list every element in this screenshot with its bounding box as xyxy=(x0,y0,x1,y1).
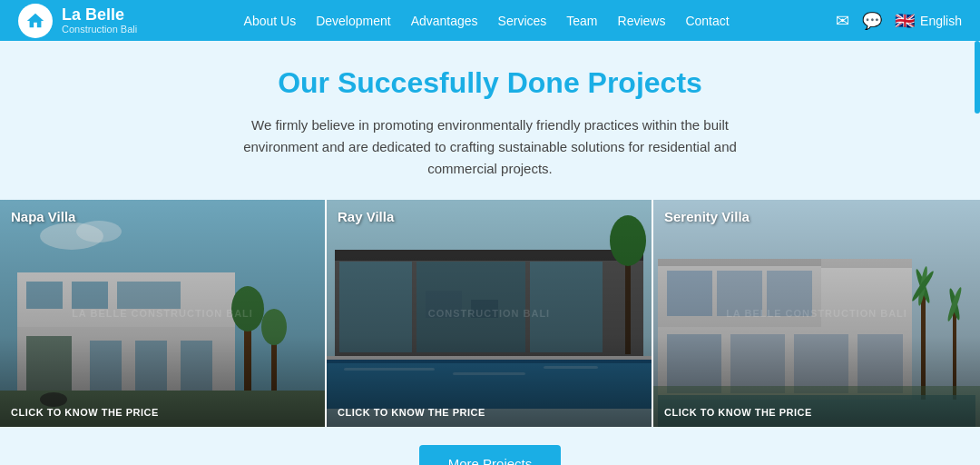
napa-overlay xyxy=(0,200,325,427)
hero-title: Our Succesfully Done Projects xyxy=(18,66,962,100)
nav-item-contact[interactable]: Contact xyxy=(685,14,729,28)
language-switcher[interactable]: 🇬🇧 English xyxy=(895,11,962,31)
nav-item-development[interactable]: Development xyxy=(316,14,391,28)
project-card-serenity[interactable]: LA BELLE CONSTRUCTION BALI Serenity Vill… xyxy=(653,200,980,427)
whatsapp-icon[interactable]: 💬 xyxy=(862,11,882,31)
nav-item-services[interactable]: Services xyxy=(498,14,547,28)
scrollbar-indicator[interactable] xyxy=(975,41,980,114)
serenity-title: Serenity Villa xyxy=(664,209,750,224)
nav-item-advantages[interactable]: Advantages xyxy=(411,14,478,28)
ray-title: Ray Villa xyxy=(338,209,394,224)
email-icon[interactable]: ✉ xyxy=(836,11,849,31)
nav-item-about[interactable]: About Us xyxy=(244,14,297,28)
brand-sub: Construction Bali xyxy=(62,24,137,35)
logo-icon xyxy=(18,4,53,38)
brand-name: La Belle xyxy=(62,6,137,25)
napa-title: Napa Villa xyxy=(11,209,75,224)
ray-cta[interactable]: CLICK TO KNOW THE PRICE xyxy=(338,407,485,418)
hero-section: Our Succesfully Done Projects We firmly … xyxy=(0,41,980,200)
nav-item-reviews[interactable]: Reviews xyxy=(618,14,666,28)
navbar: La Belle Construction Bali About Us Deve… xyxy=(0,0,980,41)
logo-text: La Belle Construction Bali xyxy=(62,6,137,35)
nav-links: About Us Development Advantages Services… xyxy=(244,13,730,29)
bottom-cta: More Projects xyxy=(0,427,980,465)
logo[interactable]: La Belle Construction Bali xyxy=(18,4,137,38)
project-card-napa[interactable]: LA BELLE CONSTRUCTION BALI Napa Villa CL… xyxy=(0,200,327,427)
ray-overlay xyxy=(327,200,652,427)
serenity-overlay xyxy=(653,200,980,427)
projects-grid: LA BELLE CONSTRUCTION BALI Napa Villa CL… xyxy=(0,200,980,427)
house-icon xyxy=(25,11,45,31)
nav-item-team[interactable]: Team xyxy=(566,14,597,28)
project-card-ray[interactable]: CONSTRUCTION BALI Ray Villa CLICK TO KNO… xyxy=(327,200,653,427)
flag-icon: 🇬🇧 xyxy=(895,11,915,31)
lang-label: English xyxy=(920,14,962,28)
more-projects-button[interactable]: More Projects xyxy=(419,445,562,465)
napa-cta[interactable]: CLICK TO KNOW THE PRICE xyxy=(11,407,159,418)
hero-description: We firmly believe in promoting environme… xyxy=(218,114,762,180)
nav-right: ✉ 💬 🇬🇧 English xyxy=(836,11,962,31)
serenity-cta[interactable]: CLICK TO KNOW THE PRICE xyxy=(664,407,812,418)
